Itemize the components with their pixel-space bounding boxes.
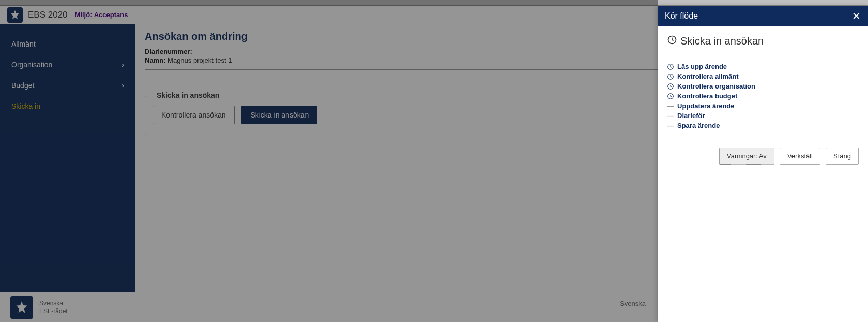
execute-button[interactable]: Verkställ — [780, 148, 820, 165]
clock-icon — [667, 93, 674, 100]
clock-icon — [667, 83, 674, 90]
meta-label: Namn: — [145, 56, 165, 64]
language-label: Svenska — [620, 300, 646, 308]
meta-value: Magnus projekt test 1 — [167, 56, 232, 64]
close-icon[interactable]: ✕ — [852, 11, 861, 21]
flow-step-label: Uppdatera ärende — [677, 102, 735, 110]
sidebar: Allmänt Organisation › Budget › Skicka i… — [0, 24, 135, 292]
flow-step: Kontrollera organisation — [667, 81, 859, 91]
panel-title: Skicka in ansökan — [667, 35, 859, 54]
panel-actions: Varningar: Av Verkställ Stäng — [658, 139, 868, 173]
meta-label: Diarienummer: — [145, 48, 192, 55]
clock-icon — [667, 73, 674, 80]
footer-org-name: Svenska ESF-rådet — [39, 300, 68, 315]
flow-step-label: Läs upp ärende — [677, 63, 727, 70]
footer-logo — [10, 296, 33, 319]
kontrollera-ansokan-button[interactable]: Kontrollera ansökan — [153, 106, 235, 124]
panel-header-title: Kör flöde — [665, 11, 698, 21]
sidebar-item-organisation[interactable]: Organisation › — [0, 54, 135, 75]
sidebar-item-label: Budget — [11, 81, 34, 90]
flow-step-label: Diarieför — [677, 112, 705, 120]
flow-step-label: Kontrollera budget — [677, 92, 737, 100]
environment-label: Miljö: Acceptans — [75, 11, 128, 19]
footer-org-line2: ESF-rådet — [39, 308, 68, 315]
sidebar-item-label: Organisation — [11, 61, 52, 69]
flow-step: — Diarieför — [667, 111, 859, 121]
sidebar-item-label: Allmänt — [11, 40, 36, 48]
panel-title-text: Skicka in ansökan — [680, 35, 764, 47]
dash-icon: — — [667, 112, 674, 120]
app-logo — [7, 7, 23, 23]
clock-icon — [667, 63, 674, 70]
flow-step: — Uppdatera ärende — [667, 101, 859, 111]
flow-step-label: Kontrollera allmänt — [677, 72, 738, 80]
dash-icon: — — [667, 122, 674, 129]
sidebar-item-label: Skicka in — [11, 102, 40, 110]
sidebar-item-allmant[interactable]: Allmänt — [0, 34, 135, 54]
flow-steps: Läs upp ärende Kontrollera allmänt Kontr… — [667, 62, 859, 130]
clock-icon — [667, 35, 677, 48]
flow-step-label: Kontrollera organisation — [677, 82, 755, 90]
close-button[interactable]: Stäng — [826, 148, 859, 165]
panel-header: Kör flöde ✕ — [658, 6, 868, 26]
flow-panel: Kör flöde ✕ Skicka in ansökan Läs upp är… — [658, 6, 868, 322]
star-icon — [9, 9, 21, 21]
dash-icon: — — [667, 103, 674, 110]
flow-step: Läs upp ärende — [667, 62, 859, 71]
footer-org-line1: Svenska — [39, 300, 68, 307]
flow-step: Kontrollera allmänt — [667, 71, 859, 81]
skicka-in-ansokan-button[interactable]: Skicka in ansökan — [241, 106, 317, 124]
browser-chrome-bar — [0, 0, 868, 6]
chevron-right-icon: › — [121, 61, 124, 69]
fieldset-legend: Skicka in ansökan — [154, 91, 222, 99]
flow-step: — Spara ärende — [667, 121, 859, 130]
sidebar-item-skicka-in[interactable]: Skicka in — [0, 96, 135, 116]
flow-step-label: Spara ärende — [677, 122, 720, 129]
sidebar-item-budget[interactable]: Budget › — [0, 75, 135, 96]
flow-step: Kontrollera budget — [667, 91, 859, 101]
app-title: EBS 2020 — [28, 10, 68, 20]
chevron-right-icon: › — [121, 81, 124, 90]
warnings-toggle-button[interactable]: Varningar: Av — [719, 148, 774, 165]
star-icon — [14, 300, 29, 315]
